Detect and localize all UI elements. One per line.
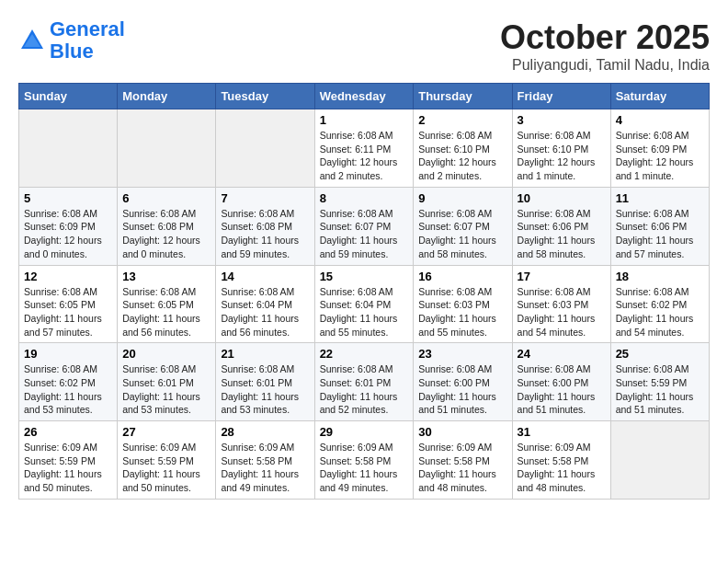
day-info: Sunrise: 6:08 AMSunset: 5:59 PMDaylight:… xyxy=(616,362,704,417)
day-info: Sunrise: 6:08 AMSunset: 6:06 PMDaylight:… xyxy=(616,207,704,261)
day-info: Sunrise: 6:09 AMSunset: 5:58 PMDaylight:… xyxy=(418,441,506,495)
day-info: Sunrise: 6:08 AMSunset: 6:02 PMDaylight:… xyxy=(24,362,112,417)
day-info: Sunrise: 6:08 AMSunset: 6:03 PMDaylight:… xyxy=(518,285,606,339)
calendar-cell: 21Sunrise: 6:08 AMSunset: 6:01 PMDayligh… xyxy=(216,343,314,421)
calendar-cell: 24Sunrise: 6:08 AMSunset: 6:00 PMDayligh… xyxy=(512,343,610,421)
day-info: Sunrise: 6:09 AMSunset: 5:58 PMDaylight:… xyxy=(518,441,606,495)
day-info: Sunrise: 6:08 AMSunset: 6:03 PMDaylight:… xyxy=(418,285,506,339)
calendar-cell: 11Sunrise: 6:08 AMSunset: 6:06 PMDayligh… xyxy=(610,187,709,265)
day-info: Sunrise: 6:08 AMSunset: 6:08 PMDaylight:… xyxy=(122,207,210,261)
day-number: 22 xyxy=(320,347,409,361)
logo-general: General xyxy=(50,17,125,40)
calendar-cell: 9Sunrise: 6:08 AMSunset: 6:07 PMDaylight… xyxy=(414,187,512,265)
calendar-cell: 13Sunrise: 6:08 AMSunset: 6:05 PMDayligh… xyxy=(118,265,216,343)
calendar-cell: 12Sunrise: 6:08 AMSunset: 6:05 PMDayligh… xyxy=(19,265,118,343)
calendar-week-row: 12Sunrise: 6:08 AMSunset: 6:05 PMDayligh… xyxy=(19,265,710,343)
calendar-cell: 6Sunrise: 6:08 AMSunset: 6:08 PMDaylight… xyxy=(118,187,216,265)
day-number: 5 xyxy=(24,191,112,205)
weekday-header: Wednesday xyxy=(314,84,414,109)
calendar-body: 1Sunrise: 6:08 AMSunset: 6:11 PMDaylight… xyxy=(19,109,710,500)
day-number: 11 xyxy=(616,191,704,205)
day-number: 2 xyxy=(418,113,506,127)
day-info: Sunrise: 6:08 AMSunset: 6:10 PMDaylight:… xyxy=(518,129,606,183)
day-number: 24 xyxy=(518,347,606,361)
logo-icon xyxy=(18,27,46,54)
calendar-cell: 29Sunrise: 6:09 AMSunset: 5:58 PMDayligh… xyxy=(314,421,414,500)
day-info: Sunrise: 6:08 AMSunset: 6:10 PMDaylight:… xyxy=(418,129,506,183)
title-block: October 2025 Puliyangudi, Tamil Nadu, In… xyxy=(500,18,710,74)
calendar-cell: 27Sunrise: 6:09 AMSunset: 5:59 PMDayligh… xyxy=(118,421,216,500)
calendar-cell: 14Sunrise: 6:08 AMSunset: 6:04 PMDayligh… xyxy=(216,265,314,343)
day-number: 7 xyxy=(221,191,309,205)
calendar-table: SundayMondayTuesdayWednesdayThursdayFrid… xyxy=(18,83,710,500)
day-number: 19 xyxy=(24,347,112,361)
location-subtitle: Puliyangudi, Tamil Nadu, India xyxy=(500,57,710,74)
day-info: Sunrise: 6:08 AMSunset: 6:05 PMDaylight:… xyxy=(24,285,112,339)
calendar-week-row: 5Sunrise: 6:08 AMSunset: 6:09 PMDaylight… xyxy=(19,187,710,265)
calendar-week-row: 19Sunrise: 6:08 AMSunset: 6:02 PMDayligh… xyxy=(19,343,710,421)
calendar-cell: 25Sunrise: 6:08 AMSunset: 5:59 PMDayligh… xyxy=(610,343,709,421)
day-info: Sunrise: 6:09 AMSunset: 5:58 PMDaylight:… xyxy=(320,441,409,495)
day-number: 28 xyxy=(221,425,309,439)
day-number: 26 xyxy=(24,425,112,439)
day-info: Sunrise: 6:08 AMSunset: 6:09 PMDaylight:… xyxy=(616,129,704,183)
day-info: Sunrise: 6:08 AMSunset: 6:07 PMDaylight:… xyxy=(320,207,409,261)
calendar-cell: 5Sunrise: 6:08 AMSunset: 6:09 PMDaylight… xyxy=(19,187,118,265)
calendar-cell: 20Sunrise: 6:08 AMSunset: 6:01 PMDayligh… xyxy=(118,343,216,421)
logo-blue: Blue xyxy=(50,40,94,63)
day-info: Sunrise: 6:08 AMSunset: 6:00 PMDaylight:… xyxy=(518,362,606,417)
day-number: 18 xyxy=(616,270,704,283)
day-number: 10 xyxy=(518,191,606,205)
calendar-cell: 22Sunrise: 6:08 AMSunset: 6:01 PMDayligh… xyxy=(314,343,414,421)
calendar-header: SundayMondayTuesdayWednesdayThursdayFrid… xyxy=(19,84,710,109)
day-info: Sunrise: 6:08 AMSunset: 6:08 PMDaylight:… xyxy=(221,207,309,261)
page-header: General Blue October 2025 Puliyangudi, T… xyxy=(18,18,710,74)
day-number: 16 xyxy=(418,270,506,283)
weekday-header: Saturday xyxy=(610,84,709,109)
day-number: 31 xyxy=(518,425,606,439)
month-title: October 2025 xyxy=(500,18,710,57)
weekday-header: Tuesday xyxy=(216,84,314,109)
weekday-header: Thursday xyxy=(414,84,512,109)
calendar-cell xyxy=(610,421,709,500)
day-number: 21 xyxy=(221,347,309,361)
day-info: Sunrise: 6:08 AMSunset: 6:07 PMDaylight:… xyxy=(418,207,506,261)
day-info: Sunrise: 6:08 AMSunset: 6:11 PMDaylight:… xyxy=(320,129,409,183)
day-info: Sunrise: 6:09 AMSunset: 5:59 PMDaylight:… xyxy=(122,441,210,495)
calendar-cell: 3Sunrise: 6:08 AMSunset: 6:10 PMDaylight… xyxy=(512,109,610,188)
weekday-header: Friday xyxy=(512,84,610,109)
weekday-header: Sunday xyxy=(19,84,118,109)
calendar-cell: 4Sunrise: 6:08 AMSunset: 6:09 PMDaylight… xyxy=(610,109,709,188)
day-info: Sunrise: 6:08 AMSunset: 6:02 PMDaylight:… xyxy=(616,285,704,339)
day-number: 15 xyxy=(320,270,409,283)
calendar-cell xyxy=(118,109,216,188)
weekday-row: SundayMondayTuesdayWednesdayThursdayFrid… xyxy=(19,84,710,109)
calendar-cell: 26Sunrise: 6:09 AMSunset: 5:59 PMDayligh… xyxy=(19,421,118,500)
calendar-cell: 15Sunrise: 6:08 AMSunset: 6:04 PMDayligh… xyxy=(314,265,414,343)
day-number: 14 xyxy=(221,270,309,283)
logo: General Blue xyxy=(18,18,125,63)
day-number: 27 xyxy=(122,425,210,439)
day-info: Sunrise: 6:08 AMSunset: 6:04 PMDaylight:… xyxy=(221,285,309,339)
calendar-week-row: 26Sunrise: 6:09 AMSunset: 5:59 PMDayligh… xyxy=(19,421,710,500)
day-number: 3 xyxy=(518,113,606,127)
calendar-cell: 10Sunrise: 6:08 AMSunset: 6:06 PMDayligh… xyxy=(512,187,610,265)
weekday-header: Monday xyxy=(118,84,216,109)
calendar-cell: 18Sunrise: 6:08 AMSunset: 6:02 PMDayligh… xyxy=(610,265,709,343)
day-number: 30 xyxy=(418,425,506,439)
day-number: 4 xyxy=(616,113,704,127)
day-number: 23 xyxy=(418,347,506,361)
day-info: Sunrise: 6:09 AMSunset: 5:59 PMDaylight:… xyxy=(24,441,112,495)
day-number: 13 xyxy=(122,270,210,283)
day-number: 9 xyxy=(418,191,506,205)
calendar-cell: 31Sunrise: 6:09 AMSunset: 5:58 PMDayligh… xyxy=(512,421,610,500)
calendar-cell: 28Sunrise: 6:09 AMSunset: 5:58 PMDayligh… xyxy=(216,421,314,500)
day-info: Sunrise: 6:08 AMSunset: 6:00 PMDaylight:… xyxy=(418,362,506,417)
day-number: 6 xyxy=(122,191,210,205)
calendar-cell: 17Sunrise: 6:08 AMSunset: 6:03 PMDayligh… xyxy=(512,265,610,343)
calendar-cell: 7Sunrise: 6:08 AMSunset: 6:08 PMDaylight… xyxy=(216,187,314,265)
calendar-cell: 19Sunrise: 6:08 AMSunset: 6:02 PMDayligh… xyxy=(19,343,118,421)
calendar-week-row: 1Sunrise: 6:08 AMSunset: 6:11 PMDaylight… xyxy=(19,109,710,188)
calendar-cell: 1Sunrise: 6:08 AMSunset: 6:11 PMDaylight… xyxy=(314,109,414,188)
calendar-cell: 23Sunrise: 6:08 AMSunset: 6:00 PMDayligh… xyxy=(414,343,512,421)
